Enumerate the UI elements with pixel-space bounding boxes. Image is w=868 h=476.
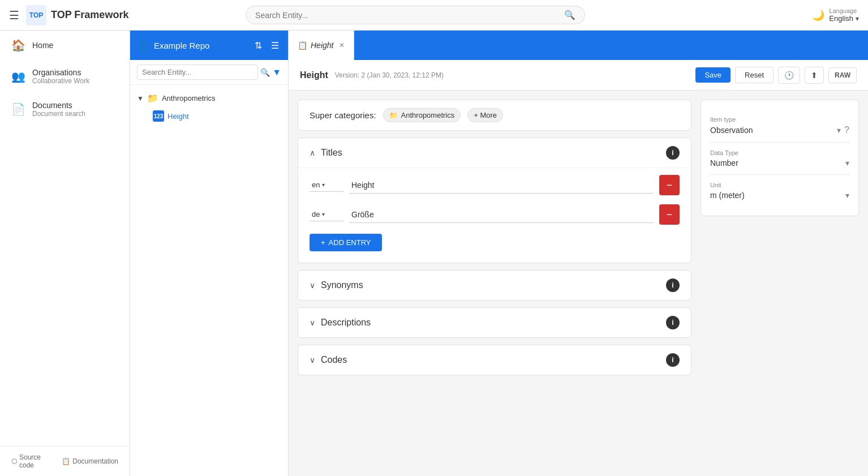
tab-close-button[interactable]: ✕ — [339, 41, 345, 49]
more-chip-label: + More — [474, 111, 497, 119]
remove-entry-de-button[interactable]: − — [659, 204, 680, 225]
data-type-dropdown-icon[interactable]: ▾ — [845, 158, 849, 168]
repo-header: 👤 Example Repo ⇅ ☰ — [130, 31, 288, 60]
repo-header-icon: 👤 — [137, 39, 149, 52]
nav-right: 🌙 Language English ▾ — [812, 7, 859, 23]
sidebar-item-organisations[interactable]: 👥 Organisations Collaborative Work — [0, 60, 130, 93]
data-type-value: Number — [710, 158, 842, 168]
title-input-en[interactable] — [349, 177, 654, 194]
sidebar-organisations-subtitle: Collaborative Work — [32, 77, 89, 85]
tree-item-anthropometrics-label: Anthropometrics — [162, 94, 216, 102]
height-item-icon: 123 — [153, 110, 164, 122]
tree-item-height[interactable]: 123 Height — [130, 107, 288, 125]
global-search-bar[interactable]: 🔍 — [246, 6, 585, 24]
more-chip[interactable]: + More — [467, 108, 503, 122]
repo-filter-icon[interactable]: ▼ — [272, 67, 281, 78]
descriptions-section-label: Descriptions — [321, 318, 660, 328]
language-label: Language — [829, 7, 859, 14]
synonyms-section-header[interactable]: ∨ Synonyms i — [298, 271, 691, 300]
data-type-label: Data Type — [710, 149, 849, 156]
raw-button[interactable]: RAW — [828, 67, 857, 83]
sidebar-item-documents[interactable]: 📄 Documents Document search — [0, 93, 130, 126]
chip-anthropometrics-label: Anthropometrics — [401, 111, 455, 119]
title-entry-en: en ▾ − — [310, 175, 680, 195]
descriptions-section-header[interactable]: ∨ Descriptions i — [298, 308, 691, 337]
repo-tree: ▼ 📁 Anthropometrics 123 Height — [130, 85, 288, 476]
app-title: TOP Framework — [51, 9, 128, 21]
item-type-dropdown-icon[interactable]: ▾ — [837, 126, 841, 135]
content-title: Height — [300, 70, 328, 80]
add-entry-label: ADD ENTRY — [329, 238, 371, 247]
documentation-link[interactable]: 📋 Documentation — [62, 453, 118, 469]
tree-item-height-label: Height — [167, 112, 189, 121]
unit-value: m (meter) — [710, 191, 842, 200]
titles-section: ∧ Titles i en ▾ − — [298, 138, 691, 263]
codes-section-header[interactable]: ∨ Codes i — [298, 345, 691, 375]
item-type-label: Item type — [710, 116, 849, 123]
organisations-icon: 👥 — [11, 70, 25, 83]
tab-bar: 📋 Height ✕ — [289, 31, 868, 60]
titles-info-button[interactable]: i — [666, 146, 680, 160]
tab-height-label: Height — [311, 41, 333, 50]
lang-code-de: de — [312, 210, 320, 218]
data-type-group: Data Type Number ▾ — [710, 143, 849, 175]
repo-panel: 👤 Example Repo ⇅ ☰ 🔍 ▼ ▼ 📁 Anthropometri… — [130, 31, 289, 476]
descriptions-chevron-icon: ∨ — [310, 318, 315, 327]
item-type-value: Observation — [710, 126, 833, 135]
titles-chevron-icon: ∧ — [310, 148, 315, 157]
header-actions: Save Reset 🕐 ⬆ RAW — [695, 67, 857, 84]
descriptions-info-button[interactable]: i — [666, 316, 680, 329]
sidebar-organisations-label: Organisations — [32, 68, 89, 77]
codes-chevron-icon: ∨ — [310, 355, 315, 364]
codes-section-label: Codes — [321, 355, 660, 365]
lang-select-de[interactable]: de ▾ — [310, 208, 343, 221]
chip-folder-icon: 📁 — [389, 112, 398, 119]
lang-arrow-en: ▾ — [322, 182, 325, 188]
tree-folder-icon: 📁 — [147, 93, 158, 104]
content-header: Height Version: 2 (Jan 30, 2023, 12:12 P… — [289, 60, 868, 91]
remove-entry-en-button[interactable]: − — [659, 175, 680, 195]
right-panel-card: Item type Observation ▾ ? Data Type Numb… — [701, 100, 859, 216]
content-left: Super categories: 📁 Anthropometrics + Mo… — [298, 100, 691, 467]
reset-button[interactable]: Reset — [735, 67, 774, 83]
unit-dropdown-icon[interactable]: ▾ — [845, 191, 849, 200]
anthropometrics-chip[interactable]: 📁 Anthropometrics — [383, 108, 461, 122]
item-type-help-icon[interactable]: ? — [844, 125, 849, 135]
save-button[interactable]: Save — [695, 67, 731, 83]
title-input-de[interactable] — [349, 207, 654, 223]
repo-search-icon[interactable]: 🔍 — [260, 68, 270, 77]
content-version: Version: 2 (Jan 30, 2023, 12:12 PM) — [335, 71, 444, 79]
home-icon: 🏠 — [11, 38, 25, 52]
super-categories-label: Super categories: — [310, 110, 376, 120]
lang-arrow-de: ▾ — [322, 211, 325, 217]
synonyms-info-button[interactable]: i — [666, 278, 680, 292]
sidebar-documents-label: Documents — [32, 101, 85, 110]
global-search-input[interactable] — [255, 11, 564, 20]
documents-icon: 📄 — [11, 102, 25, 116]
lang-select-en[interactable]: en ▾ — [310, 178, 343, 192]
tree-item-anthropometrics[interactable]: ▼ 📁 Anthropometrics — [130, 89, 288, 107]
sidebar-item-home[interactable]: 🏠 Home — [0, 31, 130, 60]
upload-button[interactable]: ⬆ — [805, 67, 824, 84]
language-value: English — [829, 14, 853, 23]
repo-sort-button[interactable]: ⇅ — [252, 38, 264, 53]
titles-section-header[interactable]: ∧ Titles i — [298, 138, 691, 168]
synonyms-chevron-icon: ∨ — [310, 281, 315, 290]
lang-code-en: en — [312, 181, 320, 189]
super-categories-bar: Super categories: 📁 Anthropometrics + Mo… — [298, 100, 691, 131]
repo-header-actions: ⇅ ☰ — [252, 38, 281, 53]
main-layout: 🏠 Home 👥 Organisations Collaborative Wor… — [0, 31, 868, 476]
add-entry-button[interactable]: + ADD ENTRY — [310, 234, 382, 251]
repo-view-button[interactable]: ☰ — [269, 38, 281, 53]
source-code-link[interactable]: ⬡ Source code — [11, 453, 50, 469]
history-button[interactable]: 🕐 — [778, 67, 800, 84]
codes-info-button[interactable]: i — [666, 353, 680, 367]
repo-search-input[interactable] — [137, 65, 258, 80]
language-selector[interactable]: Language English ▾ — [829, 7, 859, 23]
add-entry-plus-icon: + — [321, 238, 325, 247]
tab-height-icon: 📋 — [298, 41, 307, 50]
tab-height[interactable]: 📋 Height ✕ — [289, 31, 354, 60]
menu-icon[interactable]: ☰ — [9, 8, 19, 22]
theme-icon[interactable]: 🌙 — [812, 9, 824, 22]
documentation-label: Documentation — [72, 457, 118, 465]
